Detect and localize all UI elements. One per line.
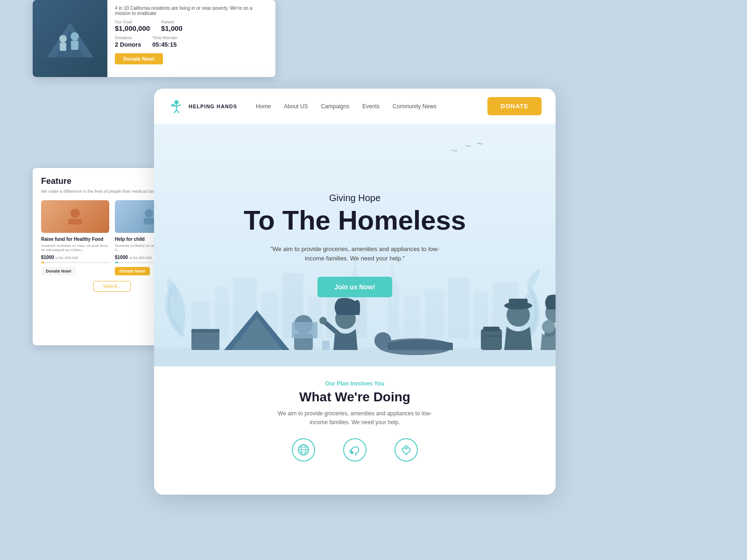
time-label: Time Remain <box>152 35 177 40</box>
logo-icon <box>168 98 185 115</box>
nav-events[interactable]: Events <box>362 103 380 110</box>
nav-about[interactable]: About US <box>284 103 308 110</box>
svg-rect-40 <box>322 341 330 350</box>
logo-name: HELPING HANDS <box>189 104 237 109</box>
svg-line-43 <box>324 322 337 333</box>
time-value: 05:45:15 <box>152 41 176 48</box>
featured-item-food-desc: Sueleste scribetur un mas, vis post feud… <box>41 244 109 252</box>
bird-1: 〜 <box>465 142 472 151</box>
svg-point-6 <box>70 209 80 218</box>
featured-item-food-amount: $1000 of $1,000,000 <box>41 255 109 260</box>
logo-text: HELPING HANDS <box>189 104 237 109</box>
featured-item-food-title: Raise fund for Healthy Food <box>41 237 109 242</box>
donation-card-image <box>33 0 107 77</box>
svg-rect-32 <box>154 348 556 366</box>
nav-community-news[interactable]: Community News <box>393 103 437 110</box>
donation-meta: Donators 2 Donors Time Remain 05:45:15 <box>115 35 268 49</box>
svg-rect-3 <box>60 42 66 51</box>
navbar: HELPING HANDS Home About US Campaigns Ev… <box>154 89 556 124</box>
view-more-button[interactable]: View A... <box>93 281 131 292</box>
svg-point-4 <box>70 32 79 41</box>
donors-value: 2 Donors <box>115 41 141 48</box>
svg-line-13 <box>176 105 181 106</box>
svg-rect-50 <box>481 329 502 350</box>
bird-2: 〜 <box>451 147 458 155</box>
svg-point-60 <box>351 451 353 454</box>
svg-rect-39 <box>292 322 317 338</box>
featured-item-food-image <box>41 200 109 233</box>
svg-rect-34 <box>191 329 219 333</box>
svg-rect-5 <box>71 41 78 50</box>
hero-title: To The Homeless <box>244 205 466 235</box>
svg-rect-51 <box>483 327 500 331</box>
nav-links: Home About US Campaigns Events Community… <box>256 103 487 110</box>
svg-rect-9 <box>144 218 154 224</box>
svg-point-49 <box>542 320 555 333</box>
goal-stat: Our Goal $1,000,000 <box>115 20 150 33</box>
donors-stat: Donators 2 Donors <box>115 35 141 49</box>
hero-content: Giving Hope To The Homeless "We aim to p… <box>234 183 475 307</box>
donate-now-button[interactable]: Donate Now! <box>115 53 163 64</box>
raised-value: $1,000 <box>161 24 183 32</box>
donors-label: Donators <box>115 35 141 40</box>
main-card: HELPING HANDS Home About US Campaigns Ev… <box>154 89 556 495</box>
donation-card-content: 4 in 10 California residents are living … <box>107 0 275 77</box>
time-stat: Time Remain 05:45:15 <box>152 35 177 49</box>
svg-rect-47 <box>509 299 528 307</box>
svg-line-14 <box>174 110 176 113</box>
bird-3: 〜 <box>477 140 483 148</box>
svg-point-44 <box>319 317 327 324</box>
raised-stat: Raised $1,000 <box>161 20 183 33</box>
plan-icon-help <box>343 438 366 462</box>
donation-stats: Our Goal $1,000,000 Raised $1,000 <box>115 20 268 33</box>
svg-point-2 <box>59 35 67 42</box>
donate-food-button[interactable]: Donate Now! <box>41 267 76 275</box>
donation-card: 4 in 10 California residents are living … <box>33 0 275 77</box>
svg-point-8 <box>145 209 153 217</box>
featured-item-food: Raise fund for Healthy Food Sueleste scr… <box>41 200 109 275</box>
plan-description: We aim to provide groceries, amenities a… <box>275 409 434 427</box>
hero-section: 〜 〜 〜 Giving Hope To The Homeless "We <box>154 124 556 366</box>
donation-tagline: 4 in 10 California residents are living … <box>115 6 268 16</box>
plan-icons-row <box>173 438 537 462</box>
donate-child-button[interactable]: Donate Now! <box>115 267 150 275</box>
hero-subtitle: Giving Hope <box>244 193 466 203</box>
plan-section: Our Plan Involves You What We're Doing W… <box>154 366 556 476</box>
plan-icon-donate <box>395 438 418 462</box>
hero-description: "We aim to provide groceries, amenities … <box>261 245 448 264</box>
svg-rect-7 <box>68 219 82 224</box>
plan-icon-global <box>292 438 315 462</box>
global-icon-circle <box>292 438 315 462</box>
navbar-donate-button[interactable]: DONATE <box>487 97 542 115</box>
plan-title: What We're Doing <box>173 390 537 405</box>
logo: HELPING HANDS <box>168 98 237 115</box>
nav-home[interactable]: Home <box>256 103 271 110</box>
donate-icon-circle <box>395 438 418 462</box>
raised-label: Raised <box>161 20 183 24</box>
help-icon-circle <box>343 438 366 462</box>
goal-value: $1,000,000 <box>115 24 150 32</box>
goal-label: Our Goal <box>115 20 150 24</box>
join-now-button[interactable]: Join us Now! <box>317 277 392 297</box>
svg-line-15 <box>176 110 179 113</box>
nav-campaigns[interactable]: Campaigns <box>321 103 349 110</box>
svg-point-10 <box>175 100 179 104</box>
plan-accent: Our Plan Involves You <box>173 380 537 387</box>
